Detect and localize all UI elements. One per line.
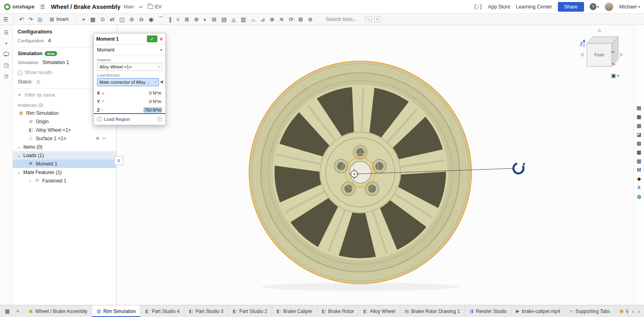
toolbar-tool-icon[interactable]: ▦ xyxy=(90,17,95,22)
right-panel-icon[interactable]: ◪ xyxy=(637,132,641,137)
document-tab[interactable]: ◧ Part Studio 4 xyxy=(140,305,184,317)
toolbar-tool-icon[interactable]: ⊿ xyxy=(260,17,265,22)
suppress-icon[interactable]: ≣ xyxy=(96,136,99,141)
moment-y-row[interactable]: Y ↗ 0 N*m xyxy=(94,97,165,106)
toolbar-tool-icon[interactable]: ⟳ xyxy=(289,17,294,22)
alloy-wheel-model[interactable] xyxy=(249,61,471,284)
tree-item-alloy-wheel[interactable]: ◧ Alloy Wheel <1> xyxy=(13,126,116,134)
document-tab[interactable]: ▤ Brake Rotor Drawing 1 xyxy=(400,305,465,317)
toolbar-tool-icon[interactable]: ∥ xyxy=(169,17,172,22)
right-panel-icon[interactable]: ▦ xyxy=(637,114,641,119)
toolbar-tool-icon[interactable]: ⊙ xyxy=(100,17,105,22)
instance-selection[interactable]: Alloy Wheel <1> × xyxy=(97,63,162,71)
share-button[interactable]: Share xyxy=(558,2,584,12)
right-panel-icon[interactable]: ▥ xyxy=(637,159,641,164)
insert-tool-icon[interactable]: + xyxy=(5,40,8,46)
tabs-next-button[interactable]: › xyxy=(638,308,640,315)
main-menu-icon[interactable]: ☰ xyxy=(40,4,45,10)
moment-y-value[interactable]: 0 N*m xyxy=(148,99,162,104)
toolbar-tool-icon[interactable]: ⊛ xyxy=(194,17,199,22)
folder-breadcrumb[interactable]: EV xyxy=(148,4,162,10)
insert-button[interactable]: ⊞ Insert xyxy=(47,15,71,23)
view-cube[interactable]: Front Z xyxy=(578,26,626,70)
toolbar-tool-icon[interactable]: ▥ xyxy=(241,17,246,22)
right-panel-icon[interactable]: ▤ xyxy=(637,141,641,146)
document-tab[interactable]: ◨ Render Studio xyxy=(465,305,512,317)
document-tab[interactable]: ◧ Brake Caliper xyxy=(272,305,317,317)
moment-z-row[interactable]: Z ↑ 750 N*m xyxy=(94,106,165,114)
right-panel-icon[interactable]: ◆ xyxy=(637,176,641,181)
user-avatar[interactable] xyxy=(605,2,613,11)
toolbar-tool-icon[interactable]: ⊠ xyxy=(298,17,303,22)
toolbar-tool-icon[interactable]: ◉ xyxy=(149,17,153,22)
help-icon[interactable]: ? xyxy=(157,116,162,122)
search-tools-input[interactable] xyxy=(326,17,363,22)
document-tab[interactable]: ◧ Part Studio 2 xyxy=(228,305,272,317)
document-tab[interactable]: ◧ Brake Rotor xyxy=(317,305,359,317)
remove-selection-icon[interactable]: × xyxy=(156,65,160,69)
right-panel-icon[interactable]: ▥ xyxy=(637,123,641,128)
dev-api-icon[interactable]: {;} xyxy=(474,4,483,10)
toolbar-tool-icon[interactable]: ⊞ xyxy=(212,17,217,22)
toolbar-tool-icon[interactable]: ⊘ xyxy=(130,17,134,22)
toolbar-tool-icon[interactable]: ⌖ xyxy=(82,17,85,22)
document-tab[interactable]: ◧ Alloy Wheel xyxy=(359,305,400,317)
warning-icon[interactable]: ⚠ xyxy=(36,79,41,85)
mate-connector-picker-icon[interactable]: ➤ xyxy=(158,79,165,85)
document-panel-icon[interactable]: ☰ xyxy=(4,29,9,35)
cancel-button[interactable]: × xyxy=(160,36,163,42)
onshape-logo[interactable]: onshape xyxy=(4,4,35,10)
simulation-name[interactable]: Simulation 1 xyxy=(42,60,69,65)
show-results-checkbox[interactable] xyxy=(18,70,22,75)
feature-list-flyout-button[interactable]: ≡ xyxy=(114,156,123,165)
moment-x-value[interactable]: 0 N*m xyxy=(148,90,162,96)
document-tab[interactable]: ▣ Wheel / Brake Assembly xyxy=(24,305,92,317)
toolbar-tool-icon[interactable]: ⌓ xyxy=(251,17,255,22)
right-panel-icon[interactable]: ▤ xyxy=(637,106,641,110)
document-tab[interactable]: ▶ brake-caliper.mp4 xyxy=(512,305,565,317)
workspace-branch[interactable]: Main xyxy=(124,4,134,10)
history-icon[interactable]: ◷ xyxy=(4,73,8,79)
panel-toggle-icon[interactable]: ☰ xyxy=(3,17,8,22)
rotation-manipulator[interactable] xyxy=(512,162,525,175)
help-menu[interactable]: ? ▾ xyxy=(590,3,599,10)
app-store-link[interactable]: App Store xyxy=(488,4,510,10)
items-section-header[interactable]: ⌄ Items (0) xyxy=(13,143,116,151)
undo-icon[interactable]: ↶ xyxy=(19,17,24,22)
right-panel-icon[interactable]: M xyxy=(637,168,641,172)
filter-input[interactable] xyxy=(25,92,93,98)
toolbar-tool-icon[interactable]: ◐ xyxy=(204,17,207,22)
tab-manager-icon[interactable]: ▦ xyxy=(2,308,12,314)
learning-center-link[interactable]: Learning Center xyxy=(516,4,552,10)
load-direction-selection[interactable]: Mate connector of Alloy ... × xyxy=(97,78,159,86)
parts-list-icon[interactable]: ◳ xyxy=(4,62,8,68)
toolbar-tool-icon[interactable]: ⊖ xyxy=(139,17,144,22)
user-menu[interactable]: Michael ▾ xyxy=(619,4,640,10)
toolbar-tool-icon[interactable]: ◫ xyxy=(120,17,125,22)
view-options-menu[interactable]: ▣ ▾ xyxy=(611,73,619,79)
toolbar-tool-icon[interactable]: ⌗ xyxy=(177,17,180,22)
document-tab[interactable]: ▱ Supporting Tabs xyxy=(565,305,615,317)
load-region-checkbox[interactable] xyxy=(97,117,101,121)
moment-x-row[interactable]: X ↘ 0 N*m xyxy=(94,89,165,97)
comments-icon[interactable] xyxy=(4,51,9,57)
toolbar-tool-icon[interactable]: ⇄ xyxy=(110,17,115,22)
document-tab[interactable]: ◧ Part Studio 3 xyxy=(184,305,228,317)
moment-z-value[interactable]: 750 N*m xyxy=(143,107,162,113)
redo-icon[interactable]: ↷ xyxy=(28,17,33,22)
toolbar-tool-icon[interactable]: ◬ xyxy=(231,17,236,22)
hide-icon[interactable]: ⇦ xyxy=(103,136,106,141)
configuration-value[interactable]: 4 xyxy=(48,38,51,44)
document-tab[interactable]: ▥ Rim Simulation xyxy=(92,305,140,317)
right-panel-icon[interactable]: ◍ xyxy=(637,194,641,199)
update-context-icon[interactable]: ◎ xyxy=(37,17,42,22)
toolbar-tool-icon[interactable]: ≣ xyxy=(184,17,189,22)
loads-section-header[interactable]: ⌄ Loads (1) xyxy=(13,151,116,160)
right-panel-icon[interactable]: X xyxy=(637,185,640,190)
graphics-viewport[interactable]: Front Z ▣ ▾ xyxy=(117,25,634,305)
toolbar-tool-icon[interactable]: ▤ xyxy=(221,17,227,22)
tabs-prev-button[interactable]: ‹ xyxy=(632,308,634,315)
confirm-button[interactable]: ✓ xyxy=(147,35,157,42)
right-panel-icon[interactable]: ▦ xyxy=(637,150,641,155)
tree-item-moment-1[interactable]: ⟳ Moment 1 xyxy=(13,160,116,168)
